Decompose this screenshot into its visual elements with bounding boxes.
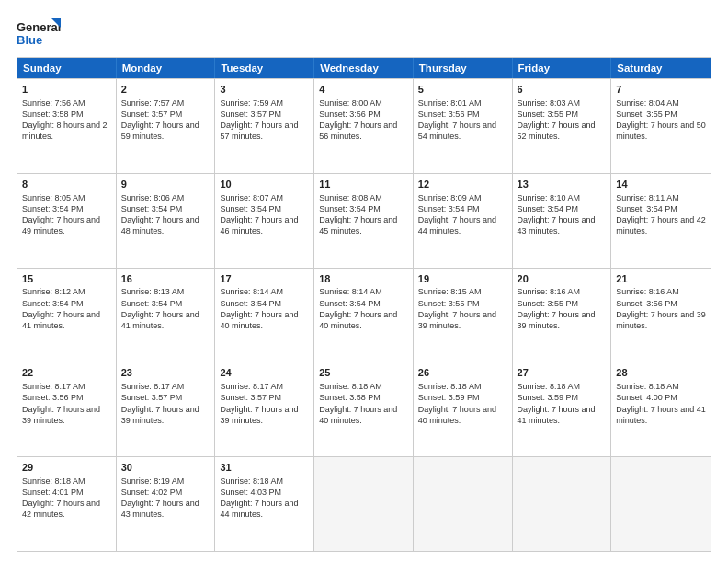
- day-number: 3: [220, 83, 309, 97]
- calendar-row-5: 29Sunrise: 8:18 AMSunset: 4:01 PMDayligh…: [17, 456, 711, 551]
- sunset-text: Sunset: 3:57 PM: [121, 393, 183, 402]
- daylight-text: Daylight: 7 hours and 40 minutes.: [418, 405, 496, 425]
- sunrise-text: Sunrise: 8:13 AM: [121, 287, 185, 296]
- day-number: 8: [22, 178, 111, 191]
- sunset-text: Sunset: 4:02 PM: [121, 488, 183, 497]
- header-day-monday: Monday: [117, 58, 216, 78]
- calendar-row-3: 15Sunrise: 8:12 AMSunset: 3:54 PMDayligh…: [17, 268, 711, 362]
- day-number: 6: [518, 83, 607, 97]
- sunrise-text: Sunrise: 8:18 AM: [319, 382, 382, 391]
- calendar-row-2: 8Sunrise: 8:05 AMSunset: 3:54 PMDaylight…: [17, 173, 711, 268]
- sunset-text: Sunset: 3:59 PM: [518, 393, 579, 402]
- calendar-cell: 30Sunrise: 8:19 AMSunset: 4:02 PMDayligh…: [117, 457, 216, 551]
- header-day-tuesday: Tuesday: [215, 58, 314, 78]
- calendar-cell: 13Sunrise: 8:10 AMSunset: 3:54 PMDayligh…: [513, 174, 612, 268]
- sunrise-text: Sunrise: 8:08 AM: [319, 193, 382, 202]
- header-day-thursday: Thursday: [414, 58, 513, 78]
- day-number: 13: [518, 178, 607, 191]
- day-number: 10: [220, 178, 309, 191]
- day-number: 29: [22, 461, 111, 475]
- day-number: 25: [319, 366, 408, 380]
- sunset-text: Sunset: 3:54 PM: [220, 299, 281, 308]
- calendar-cell: 4Sunrise: 8:00 AMSunset: 3:56 PMDaylight…: [314, 79, 414, 173]
- day-number: 11: [319, 178, 408, 191]
- day-number: 9: [121, 178, 210, 191]
- calendar-cell: 25Sunrise: 8:18 AMSunset: 3:58 PMDayligh…: [314, 362, 414, 456]
- sunset-text: Sunset: 3:57 PM: [220, 393, 281, 402]
- calendar-cell: 18Sunrise: 8:14 AMSunset: 3:54 PMDayligh…: [314, 269, 414, 362]
- calendar-row-4: 22Sunrise: 8:17 AMSunset: 3:56 PMDayligh…: [17, 362, 711, 456]
- daylight-text: Daylight: 7 hours and 39 minutes.: [121, 405, 199, 425]
- day-number: 14: [616, 178, 706, 191]
- sunset-text: Sunset: 3:56 PM: [319, 109, 381, 119]
- daylight-text: Daylight: 7 hours and 39 minutes.: [616, 310, 706, 330]
- day-number: 7: [616, 83, 706, 97]
- sunrise-text: Sunrise: 8:18 AM: [616, 382, 679, 391]
- daylight-text: Daylight: 7 hours and 39 minutes.: [418, 310, 496, 330]
- daylight-text: Daylight: 7 hours and 39 minutes.: [22, 405, 100, 425]
- daylight-text: Daylight: 7 hours and 44 minutes.: [418, 215, 496, 236]
- calendar-cell: 6Sunrise: 8:03 AMSunset: 3:55 PMDaylight…: [513, 79, 612, 173]
- header-day-sunday: Sunday: [17, 58, 117, 78]
- sunset-text: Sunset: 3:58 PM: [319, 393, 381, 402]
- day-number: 22: [22, 366, 111, 380]
- sunset-text: Sunset: 3:57 PM: [121, 109, 183, 119]
- day-number: 26: [418, 366, 507, 380]
- calendar-cell: [513, 457, 612, 551]
- calendar-cell: 19Sunrise: 8:15 AMSunset: 3:55 PMDayligh…: [414, 269, 513, 362]
- sunrise-text: Sunrise: 8:06 AM: [121, 193, 185, 202]
- sunset-text: Sunset: 4:00 PM: [616, 393, 677, 402]
- sunrise-text: Sunrise: 8:05 AM: [22, 193, 85, 202]
- day-number: 27: [518, 366, 607, 380]
- day-number: 1: [22, 83, 111, 97]
- sunset-text: Sunset: 3:58 PM: [22, 109, 84, 119]
- sunset-text: Sunset: 4:01 PM: [22, 488, 84, 497]
- sunset-text: Sunset: 3:55 PM: [518, 109, 579, 119]
- sunset-text: Sunset: 3:54 PM: [121, 204, 183, 213]
- calendar-cell: 27Sunrise: 8:18 AMSunset: 3:59 PMDayligh…: [513, 362, 612, 456]
- daylight-text: Daylight: 7 hours and 40 minutes.: [220, 310, 298, 330]
- sunrise-text: Sunrise: 8:01 AM: [418, 98, 482, 108]
- calendar-body: 1Sunrise: 7:56 AMSunset: 3:58 PMDaylight…: [17, 78, 711, 551]
- sunrise-text: Sunrise: 8:18 AM: [220, 477, 283, 486]
- calendar-cell: 26Sunrise: 8:18 AMSunset: 3:59 PMDayligh…: [414, 362, 513, 456]
- day-number: 31: [220, 461, 309, 475]
- day-number: 19: [418, 272, 507, 286]
- daylight-text: Daylight: 7 hours and 43 minutes.: [121, 499, 199, 519]
- sunset-text: Sunset: 3:54 PM: [121, 299, 183, 308]
- calendar-cell: 2Sunrise: 7:57 AMSunset: 3:57 PMDaylight…: [117, 79, 216, 173]
- daylight-text: Daylight: 7 hours and 50 minutes.: [616, 121, 706, 141]
- sunset-text: Sunset: 3:54 PM: [22, 204, 84, 213]
- sunset-text: Sunset: 3:55 PM: [518, 299, 579, 308]
- daylight-text: Daylight: 7 hours and 43 minutes.: [518, 215, 596, 236]
- calendar-cell: 23Sunrise: 8:17 AMSunset: 3:57 PMDayligh…: [117, 362, 216, 456]
- header-day-saturday: Saturday: [611, 58, 711, 78]
- sunrise-text: Sunrise: 8:14 AM: [220, 287, 283, 296]
- daylight-text: Daylight: 7 hours and 41 minutes.: [616, 405, 706, 425]
- calendar-cell: [314, 457, 414, 551]
- header-day-wednesday: Wednesday: [314, 58, 414, 78]
- calendar-cell: 11Sunrise: 8:08 AMSunset: 3:54 PMDayligh…: [314, 174, 414, 268]
- sunset-text: Sunset: 3:54 PM: [418, 204, 480, 213]
- sunrise-text: Sunrise: 8:10 AM: [518, 193, 581, 202]
- daylight-text: Daylight: 7 hours and 41 minutes.: [22, 310, 100, 330]
- sunrise-text: Sunrise: 8:17 AM: [121, 382, 185, 391]
- daylight-text: Daylight: 7 hours and 39 minutes.: [220, 405, 298, 425]
- day-number: 28: [616, 366, 706, 380]
- day-number: 23: [121, 366, 210, 380]
- daylight-text: Daylight: 7 hours and 41 minutes.: [518, 405, 596, 425]
- day-number: 20: [518, 272, 607, 286]
- daylight-text: Daylight: 7 hours and 45 minutes.: [319, 215, 397, 236]
- sunset-text: Sunset: 3:54 PM: [220, 204, 281, 213]
- daylight-text: Daylight: 8 hours and 2 minutes.: [22, 121, 108, 141]
- daylight-text: Daylight: 7 hours and 48 minutes.: [121, 215, 199, 236]
- sunrise-text: Sunrise: 8:03 AM: [518, 98, 581, 108]
- sunset-text: Sunset: 3:59 PM: [418, 393, 480, 402]
- calendar-cell: 10Sunrise: 8:07 AMSunset: 3:54 PMDayligh…: [215, 174, 314, 268]
- sunrise-text: Sunrise: 8:18 AM: [518, 382, 581, 391]
- sunrise-text: Sunrise: 8:16 AM: [616, 287, 679, 296]
- sunset-text: Sunset: 3:54 PM: [616, 204, 677, 213]
- calendar-cell: 22Sunrise: 8:17 AMSunset: 3:56 PMDayligh…: [17, 362, 117, 456]
- header: GeneralBlue: [17, 17, 711, 50]
- calendar-cell: 1Sunrise: 7:56 AMSunset: 3:58 PMDaylight…: [17, 79, 117, 173]
